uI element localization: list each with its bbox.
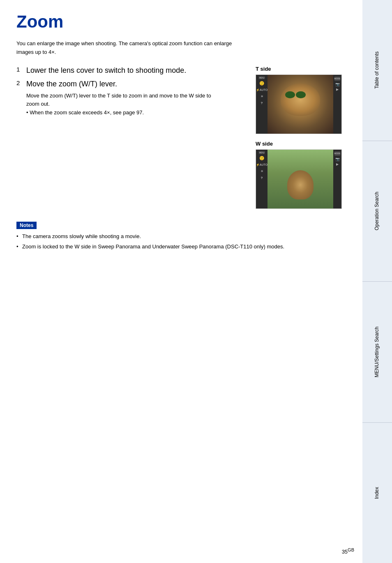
- sidebar-tab-ops-label: Operation Search: [374, 192, 380, 230]
- right-sidebar: Table of contents Operation Search MENU/…: [362, 0, 392, 563]
- flash-icon-t: ⚡AUTO: [258, 88, 265, 93]
- camera-sidebar-left-t: MENU 🙂 ⚡AUTO ☀ ?: [256, 75, 267, 134]
- camera-sidebar-left-w: MENU 🙂 ⚡AUTO ☀ ?: [256, 150, 267, 209]
- page-num: 35: [342, 549, 348, 555]
- camera-icon-w: 📷: [335, 157, 340, 161]
- flash-icon-w: ⚡AUTO: [258, 162, 265, 167]
- note-1: The camera zooms slowly while shooting a…: [16, 232, 346, 241]
- intro-text: You can enlarge the image when shooting.…: [16, 39, 247, 57]
- face-icon-t: 🙂: [258, 81, 265, 86]
- sidebar-tab-toc-label: Table of contents: [374, 51, 380, 89]
- t-side-label: T side: [256, 66, 346, 72]
- camera-ui-t: MENU 🙂 ⚡AUTO ☀ ? 70: [256, 75, 341, 134]
- sidebar-tab-operation-search[interactable]: Operation Search: [362, 141, 392, 282]
- camera-photo-w: W ■: [267, 150, 333, 209]
- w-side-label: W side: [256, 141, 346, 147]
- cat-image-t: [267, 75, 333, 134]
- t-side-image: MENU 🙂 ⚡AUTO ☀ ? 70: [256, 74, 342, 134]
- cat-image-w: [267, 150, 333, 209]
- left-column: 1 Lower the lens cover to switch to shoo…: [16, 66, 247, 209]
- step-2-bullets: When the zoom scale exceeds 4×, see page…: [26, 109, 215, 117]
- play-icon-t: ▶: [336, 88, 339, 91]
- notes-list: The camera zooms slowly while shooting a…: [16, 232, 346, 251]
- notes-section: Notes The camera zooms slowly while shoo…: [16, 221, 346, 251]
- sidebar-tab-menu-settings[interactable]: MENU/Settings Search: [362, 282, 392, 423]
- w-side-image: MENU 🙂 ⚡AUTO ☀ ? W ■: [256, 149, 342, 209]
- camera-sidebar-right-w: MODE 📷 ▶: [333, 150, 341, 209]
- question-icon-w: ?: [258, 176, 265, 181]
- sidebar-tab-table-of-contents[interactable]: Table of contents: [362, 0, 392, 141]
- step-2-description: Move the zoom (W/T) lever to the T side …: [26, 92, 215, 109]
- sun-icon-w: ☀: [258, 169, 265, 174]
- mode-icon-w: MODE: [334, 151, 340, 156]
- right-column: T side MENU 🙂 ⚡AUTO ☀ ?: [256, 66, 346, 209]
- page-suffix: GB: [348, 547, 354, 552]
- step-1-number: 1: [16, 66, 23, 73]
- step-2-desc: Move the zoom (W/T) lever to the T side …: [26, 92, 215, 117]
- camera-sidebar-right-t: MODE 📷 ▶: [333, 75, 341, 134]
- step-2-number: 2: [16, 79, 23, 86]
- notes-badge: Notes: [16, 222, 37, 229]
- page-number: 35GB: [342, 547, 354, 555]
- sidebar-tab-menu-label: MENU/Settings Search: [374, 327, 380, 377]
- step-2-bullet-1: When the zoom scale exceeds 4×, see page…: [26, 109, 215, 117]
- main-content: Zoom You can enlarge the image when shoo…: [0, 0, 362, 563]
- menu-icon-w: MENU: [258, 151, 265, 154]
- question-icon-t: ?: [258, 101, 265, 106]
- mode-icon-t: MODE: [334, 76, 340, 81]
- content-area: 1 Lower the lens cover to switch to shoo…: [16, 66, 346, 209]
- step-1-text: Lower the lens cover to switch to shooti…: [26, 66, 186, 75]
- sidebar-tab-index-label: Index: [374, 487, 380, 499]
- menu-icon-t: MENU: [258, 76, 265, 79]
- step-2-text: Move the zoom (W/T) lever.: [26, 79, 117, 89]
- camera-photo-t: 70: [267, 75, 333, 134]
- step-2: 2 Move the zoom (W/T) lever.: [16, 79, 247, 89]
- page-title: Zoom: [16, 12, 346, 31]
- sun-icon-t: ☀: [258, 94, 265, 99]
- camera-ui-w: MENU 🙂 ⚡AUTO ☀ ? W ■: [256, 150, 341, 209]
- step-2-container: 2 Move the zoom (W/T) lever. Move the zo…: [16, 79, 247, 117]
- note-2: Zoom is locked to the W side in Sweep Pa…: [16, 243, 346, 251]
- page-container: Zoom You can enlarge the image when shoo…: [0, 0, 392, 563]
- face-icon-w: 🙂: [258, 156, 265, 161]
- play-icon-w: ▶: [336, 162, 339, 166]
- sidebar-tab-index[interactable]: Index: [362, 423, 392, 563]
- t-side-section: T side MENU 🙂 ⚡AUTO ☀ ?: [256, 66, 346, 134]
- step-1: 1 Lower the lens cover to switch to shoo…: [16, 66, 247, 75]
- w-side-section: W side MENU 🙂 ⚡AUTO ☀ ?: [256, 141, 346, 209]
- camera-icon-t: 📷: [335, 82, 340, 86]
